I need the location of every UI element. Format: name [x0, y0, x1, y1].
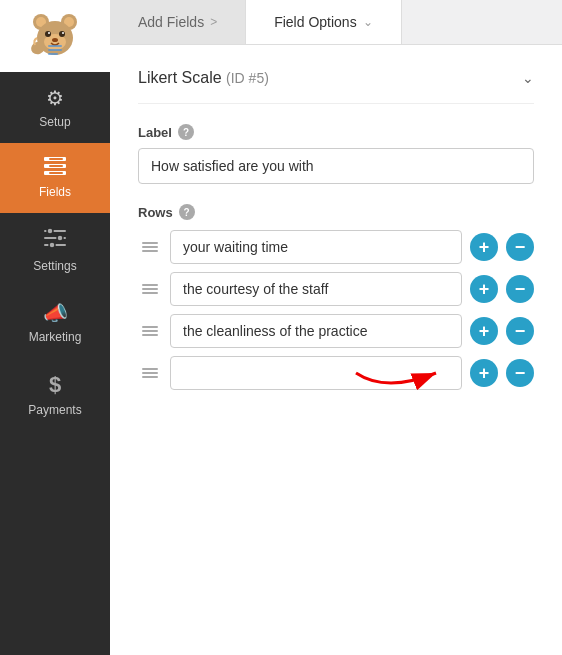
fields-icon [44, 157, 66, 180]
tab-add-fields-label: Add Fields [138, 14, 204, 30]
rows-text: Rows [138, 205, 173, 220]
row-input-4[interactable] [170, 356, 462, 390]
tab-field-options-label: Field Options [274, 14, 356, 30]
drag-handle-4[interactable] [138, 366, 162, 380]
svg-point-10 [52, 38, 58, 42]
row-input-2[interactable] [170, 272, 462, 306]
settings-icon [44, 227, 66, 254]
row-add-button-4[interactable]: + [470, 359, 498, 387]
row-remove-button-4[interactable]: − [506, 359, 534, 387]
sidebar-item-fields-label: Fields [39, 185, 71, 199]
tabs-row: Add Fields > Field Options ⌄ [110, 0, 562, 45]
row-add-button-1[interactable]: + [470, 233, 498, 261]
sidebar-item-setup[interactable]: ⚙ Setup [0, 72, 110, 143]
field-options-chevron-icon: ⌄ [363, 15, 373, 29]
label-section-header: Label ? [138, 124, 534, 140]
drag-handle-1[interactable] [138, 240, 162, 254]
svg-point-25 [57, 235, 63, 241]
svg-point-24 [47, 228, 53, 234]
svg-rect-19 [49, 165, 63, 167]
field-title-id: (ID #5) [226, 70, 269, 86]
setup-icon: ⚙ [46, 86, 64, 110]
svg-rect-20 [49, 172, 63, 174]
svg-point-7 [59, 31, 65, 37]
row-remove-button-3[interactable]: − [506, 317, 534, 345]
svg-rect-14 [48, 53, 58, 55]
sidebar-item-payments-label: Payments [28, 403, 81, 417]
svg-rect-13 [48, 49, 62, 51]
tab-add-fields[interactable]: Add Fields > [110, 0, 246, 44]
label-input[interactable] [138, 148, 534, 184]
marketing-icon: 📣 [43, 301, 68, 325]
label-help-icon[interactable]: ? [178, 124, 194, 140]
row-remove-button-2[interactable]: − [506, 275, 534, 303]
svg-point-8 [48, 32, 50, 34]
row-item-4: + − [138, 356, 534, 390]
main-panel: Add Fields > Field Options ⌄ Likert Scal… [110, 0, 562, 655]
sidebar-item-marketing-label: Marketing [29, 330, 82, 344]
sidebar-item-setup-label: Setup [39, 115, 70, 129]
svg-point-26 [49, 242, 55, 248]
row-item-3: + − [138, 314, 534, 348]
field-header: Likert Scale (ID #5) ⌄ [138, 69, 534, 104]
payments-icon: $ [49, 372, 61, 398]
drag-handle-3[interactable] [138, 324, 162, 338]
svg-rect-12 [48, 45, 62, 47]
field-title-name: Likert Scale [138, 69, 226, 86]
drag-handle-2[interactable] [138, 282, 162, 296]
rows-section-header: Rows ? [138, 204, 534, 220]
add-fields-arrow-icon: > [210, 15, 217, 29]
rows-help-icon[interactable]: ? [179, 204, 195, 220]
logo-icon [29, 10, 81, 62]
row-remove-button-1[interactable]: − [506, 233, 534, 261]
field-title: Likert Scale (ID #5) [138, 69, 269, 87]
content-panel: Likert Scale (ID #5) ⌄ Label ? Rows ? + … [110, 45, 562, 655]
sidebar-item-payments[interactable]: $ Payments [0, 358, 110, 431]
row-input-3[interactable] [170, 314, 462, 348]
sidebar-item-fields[interactable]: Fields [0, 143, 110, 213]
row-item-2: + − [138, 272, 534, 306]
field-header-chevron-icon[interactable]: ⌄ [522, 70, 534, 86]
logo-area [0, 0, 110, 72]
svg-rect-18 [49, 158, 63, 160]
sidebar: ⚙ Setup Fields [0, 0, 110, 655]
svg-point-9 [62, 32, 64, 34]
sidebar-item-settings[interactable]: Settings [0, 213, 110, 287]
row-input-1[interactable] [170, 230, 462, 264]
row-add-button-3[interactable]: + [470, 317, 498, 345]
svg-point-6 [45, 31, 51, 37]
sidebar-item-settings-label: Settings [33, 259, 76, 273]
label-text: Label [138, 125, 172, 140]
row-add-button-2[interactable]: + [470, 275, 498, 303]
tab-field-options[interactable]: Field Options ⌄ [246, 0, 401, 44]
row-item-1: + − [138, 230, 534, 264]
sidebar-item-marketing[interactable]: 📣 Marketing [0, 287, 110, 358]
